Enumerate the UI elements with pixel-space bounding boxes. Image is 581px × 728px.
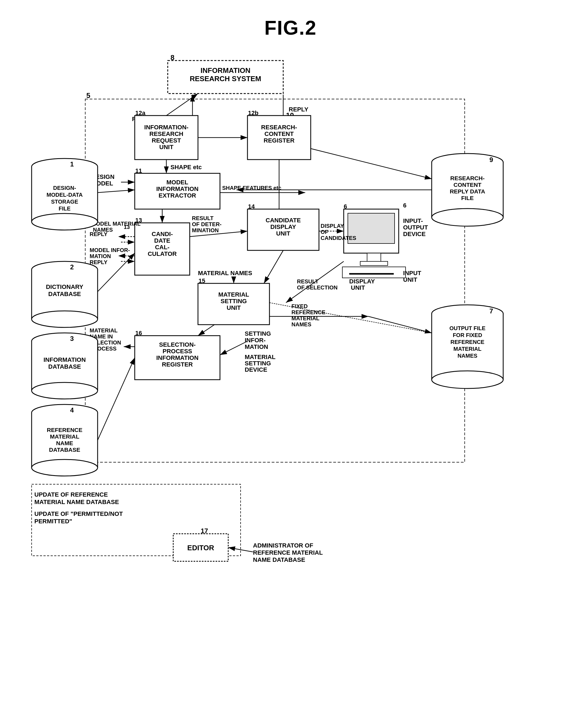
svg-line-63	[190, 231, 247, 237]
svg-text:17: 17	[201, 527, 208, 535]
svg-text:MATERIAL: MATERIAL	[453, 346, 481, 352]
svg-rect-172	[432, 314, 503, 380]
svg-text:UNIT: UNIT	[159, 144, 173, 151]
svg-text:PROCESS: PROCESS	[163, 348, 192, 355]
svg-text:10: 10	[286, 111, 294, 120]
svg-text:DATABASE: DATABASE	[49, 446, 80, 453]
svg-text:EDITOR: EDITOR	[187, 544, 214, 552]
svg-text:INFORMATION-: INFORMATION-	[144, 124, 189, 131]
svg-line-170	[311, 149, 432, 179]
svg-line-140	[98, 253, 135, 292]
svg-text:UPDATE OF "PERMITTED/NOT: UPDATE OF "PERMITTED/NOT	[34, 510, 123, 517]
svg-text:DISPLAY: DISPLAY	[349, 278, 375, 285]
svg-text:REGISTER: REGISTER	[162, 361, 193, 368]
svg-line-195	[98, 358, 135, 440]
svg-text:REQUEST FOR: REQUEST FOR	[132, 115, 176, 123]
svg-text:CONTENT: CONTENT	[453, 182, 481, 188]
svg-text:SETTING: SETTING	[221, 298, 247, 305]
svg-text:RESEARCH-: RESEARCH-	[261, 124, 297, 131]
svg-rect-67	[198, 283, 270, 324]
svg-text:CANDI-: CANDI-	[152, 231, 173, 237]
svg-text:UNIT: UNIT	[403, 276, 417, 283]
svg-text:OUTPUT: OUTPUT	[403, 224, 428, 231]
svg-rect-183	[32, 484, 241, 556]
svg-rect-3	[85, 99, 465, 462]
svg-text:OF: OF	[321, 229, 328, 235]
svg-rect-94	[344, 209, 399, 253]
svg-text:RESEARCH: RESEARCH	[149, 130, 183, 137]
svg-rect-75	[135, 336, 220, 380]
svg-text:DATABASE: DATABASE	[48, 290, 81, 297]
svg-text:REPLY: REPLY	[289, 106, 308, 113]
svg-text:DATE: DATE	[154, 237, 170, 244]
svg-text:REPLY: REPLY	[90, 231, 108, 237]
svg-text:MATERIAL: MATERIAL	[218, 291, 249, 298]
svg-text:FIXED: FIXED	[292, 303, 308, 309]
svg-point-141	[32, 333, 98, 349]
svg-text:12b: 12b	[248, 109, 258, 116]
svg-rect-95	[348, 213, 394, 243]
svg-text:OF SELECTION: OF SELECTION	[297, 285, 338, 290]
svg-text:MATERIAL NAMES: MATERIAL NAMES	[198, 270, 252, 277]
svg-text:MATION: MATION	[90, 253, 111, 259]
svg-text:PERMITTED": PERMITTED"	[34, 518, 72, 525]
svg-text:RESEARCH: RESEARCH	[135, 123, 169, 130]
svg-text:FILE: FILE	[461, 195, 474, 201]
svg-text:7: 7	[490, 307, 493, 315]
svg-point-125	[32, 213, 98, 230]
svg-text:NAMES: NAMES	[458, 353, 477, 359]
svg-text:3: 3	[70, 335, 74, 342]
svg-text:REFERENCE MATERIAL: REFERENCE MATERIAL	[253, 549, 323, 556]
svg-point-149	[32, 405, 98, 421]
svg-rect-122	[32, 167, 98, 222]
svg-rect-150	[32, 413, 98, 468]
svg-text:1: 1	[70, 160, 74, 168]
svg-text:INFORMATION: INFORMATION	[44, 356, 86, 363]
svg-text:CANDIDATE: CANDIDATE	[266, 217, 301, 224]
svg-text:SELECTION-: SELECTION-	[159, 341, 195, 348]
page-title: FIG.2	[0, 0, 581, 39]
svg-text:REFERENCE: REFERENCE	[450, 339, 484, 345]
svg-rect-15	[135, 115, 198, 160]
svg-text:MATERIAL NAME DATABASE: MATERIAL NAME DATABASE	[34, 498, 119, 505]
svg-line-197	[270, 303, 432, 333]
svg-text:EXTRACTOR: EXTRACTOR	[159, 192, 196, 199]
svg-text:DEVICE: DEVICE	[245, 366, 267, 373]
svg-text:MINATION: MINATION	[192, 227, 219, 233]
svg-text:MATION: MATION	[245, 343, 268, 350]
svg-text:MATERIAL: MATERIAL	[50, 433, 80, 440]
svg-text:13: 13	[135, 217, 142, 224]
svg-text:OF DETER-: OF DETER-	[192, 221, 222, 227]
svg-point-132	[32, 261, 98, 278]
svg-text:REPLY: REPLY	[90, 259, 108, 265]
svg-text:RESEARCH SYSTEM: RESEARCH SYSTEM	[190, 75, 261, 83]
svg-text:16: 16	[135, 330, 142, 337]
svg-text:FILE: FILE	[59, 206, 71, 212]
svg-text:13: 13	[124, 224, 130, 230]
svg-text:FOR FIXED: FOR FIXED	[453, 332, 482, 338]
svg-text:RESULT: RESULT	[297, 279, 319, 285]
svg-text:12a: 12a	[135, 109, 145, 116]
svg-text:INFOR-: INFOR-	[245, 337, 266, 344]
svg-rect-97	[360, 261, 388, 265]
svg-line-194	[228, 547, 253, 552]
svg-text:9: 9	[490, 156, 493, 163]
svg-text:6: 6	[344, 203, 347, 210]
svg-text:DATABASE: DATABASE	[48, 363, 81, 370]
svg-text:MODEL MATERIAL: MODEL MATERIAL	[91, 220, 140, 227]
svg-text:OUTPUT FILE: OUTPUT FILE	[449, 325, 485, 331]
svg-text:REPLY DATA: REPLY DATA	[450, 188, 485, 194]
svg-text:6: 6	[403, 202, 407, 209]
svg-text:SHAPE etc: SHAPE etc	[170, 164, 202, 171]
svg-line-182	[368, 316, 432, 333]
svg-text:REFERENCE: REFERENCE	[292, 309, 325, 315]
svg-rect-133	[32, 270, 98, 319]
svg-text:DESIGN: DESIGN	[91, 173, 114, 180]
svg-text:NAME DATABASE: NAME DATABASE	[253, 556, 305, 563]
svg-text:NAME IN: NAME IN	[90, 334, 113, 339]
svg-text:DICTIONARY: DICTIONARY	[46, 283, 83, 290]
svg-text:DESIGN-: DESIGN-	[53, 185, 76, 191]
svg-text:UNIT: UNIT	[276, 230, 290, 237]
svg-line-113	[286, 261, 344, 303]
svg-text:MATERIAL: MATERIAL	[90, 328, 118, 334]
